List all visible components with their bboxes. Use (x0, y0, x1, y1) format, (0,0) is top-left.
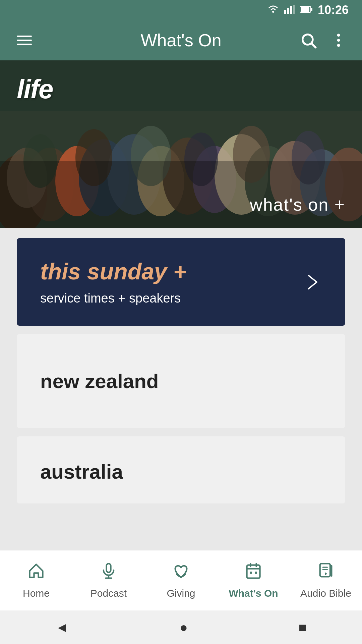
svg-point-11 (337, 39, 340, 42)
svg-rect-35 (0, 60, 362, 111)
recent-icon: ■ (298, 620, 306, 635)
whats-on-icon (245, 562, 262, 584)
back-icon: ◄ (55, 620, 69, 635)
page-title: What's On (140, 30, 221, 50)
nav-item-audio-bible-label: Audio Bible (300, 588, 351, 599)
svg-rect-3 (290, 6, 292, 14)
nav-item-podcast[interactable]: Podcast (72, 559, 145, 602)
nav-item-podcast-label: Podcast (90, 588, 127, 599)
system-home-button[interactable]: ● (180, 620, 188, 635)
home-circle-icon: ● (180, 620, 188, 635)
hamburger-line-2 (17, 40, 32, 41)
hero-tagline: what's on + (250, 195, 345, 215)
new-zealand-title: new zealand (40, 370, 159, 393)
svg-point-10 (337, 34, 340, 37)
hamburger-menu-button[interactable] (13, 32, 35, 48)
bottom-nav: Home Podcast Giving (0, 550, 362, 610)
nav-right-icons (298, 30, 349, 50)
sunday-card[interactable]: this sunday + service times + speakers (17, 238, 345, 326)
wifi-icon (267, 4, 279, 16)
svg-line-9 (312, 44, 316, 48)
nav-item-home[interactable]: Home (0, 559, 72, 602)
svg-rect-44 (255, 572, 257, 574)
sunday-card-title: this sunday + (40, 258, 186, 284)
status-icons: 10:26 (267, 3, 349, 17)
system-recent-button[interactable]: ■ (298, 620, 306, 635)
nav-item-whats-on-label: What's On (229, 588, 278, 599)
sunday-card-arrow-button[interactable] (302, 272, 322, 292)
australia-title: australia (40, 460, 123, 483)
system-back-button[interactable]: ◄ (55, 620, 69, 635)
hero-logo: life (17, 74, 53, 105)
svg-rect-4 (293, 5, 295, 14)
home-icon (27, 562, 45, 584)
podcast-icon (100, 562, 117, 584)
sunday-card-subtitle: service times + speakers (40, 291, 186, 306)
giving-icon (172, 562, 190, 584)
sunday-card-content: this sunday + service times + speakers (40, 258, 186, 306)
svg-rect-39 (247, 565, 260, 578)
arrow-right-icon (302, 272, 322, 292)
status-time: 10:26 (318, 3, 349, 17)
australia-card[interactable]: australia (17, 436, 345, 503)
hamburger-line-3 (17, 44, 32, 45)
svg-rect-6 (301, 7, 309, 12)
more-options-icon (330, 32, 347, 49)
top-nav-bar: What's On (0, 20, 362, 60)
svg-point-12 (337, 44, 340, 47)
svg-rect-43 (250, 572, 252, 574)
audio-bible-icon (317, 562, 335, 584)
content-area: this sunday + service times + speakers n… (0, 228, 362, 586)
nav-item-whats-on[interactable]: What's On (217, 559, 290, 602)
svg-point-0 (272, 11, 274, 13)
hero-section: life what's on + (0, 60, 362, 228)
search-icon (300, 32, 317, 49)
nav-item-home-label: Home (23, 588, 50, 599)
more-options-button[interactable] (328, 30, 349, 50)
nav-item-giving-label: Giving (167, 588, 195, 599)
battery-icon (300, 6, 313, 14)
svg-rect-1 (284, 10, 286, 14)
status-bar: 10:26 (0, 0, 362, 20)
nav-item-giving[interactable]: Giving (145, 559, 217, 602)
hamburger-line-1 (17, 36, 32, 37)
system-nav-bar: ◄ ● ■ (0, 610, 362, 644)
new-zealand-card[interactable]: new zealand (17, 334, 345, 428)
svg-rect-7 (311, 8, 312, 11)
search-button[interactable] (298, 30, 318, 50)
svg-rect-36 (107, 564, 111, 572)
signal-icon (284, 5, 295, 15)
nav-item-audio-bible[interactable]: Audio Bible (290, 559, 362, 602)
svg-rect-2 (287, 8, 289, 14)
